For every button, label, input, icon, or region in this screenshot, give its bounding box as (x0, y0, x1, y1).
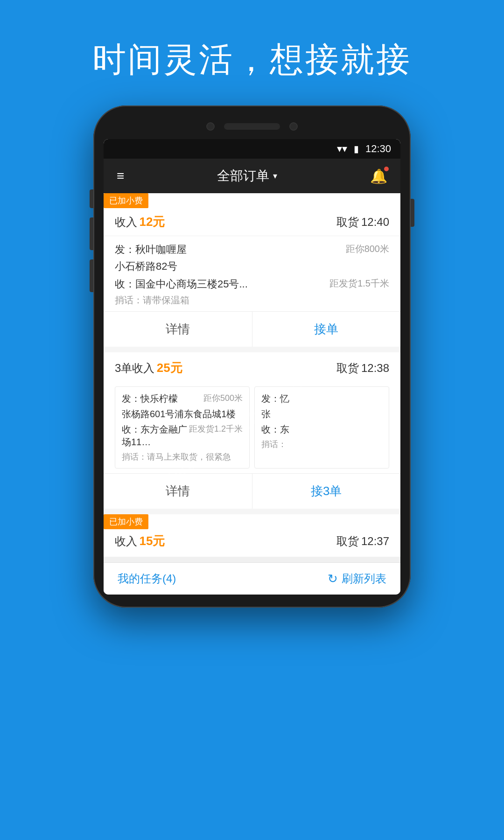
headline: 时间灵活，想接就接 (0, 37, 504, 82)
mini-from-name-1: 发：快乐柠檬 (122, 392, 203, 405)
phone-top-bar (104, 119, 400, 134)
order-card-1: 已加小费 收入 12元 取货 12:40 (104, 193, 400, 347)
to-row-1: 收：国金中心商场三楼25号... 距发货1.5千米 (115, 277, 389, 291)
card-actions-2: 详情 接3单 (104, 473, 400, 509)
notification-dot (384, 167, 389, 171)
phone-screen: ▾▾ ▮ 12:30 ≡ 全部订单 ▾ 🔔 (104, 139, 400, 595)
order-card-3: 已加小费 收入 15元 取货 12:37 (104, 514, 400, 557)
earpiece-speaker (224, 123, 280, 130)
order-list: 已加小费 收入 12元 取货 12:40 (104, 193, 400, 557)
detail-btn-1[interactable]: 详情 (104, 312, 252, 347)
mini-to-name-1: 收：东方金融广场11… (122, 423, 189, 448)
income-section-1: 收入 12元 (115, 214, 165, 230)
card-header-2: 3单收入 25元 取货 12:38 (104, 352, 400, 382)
order-badge-3: 已加小费 (104, 514, 148, 529)
mini-note-2: 捎话： (261, 439, 382, 450)
to-distance-1: 距发货1.5千米 (329, 277, 389, 290)
bottom-bar: 我的任务(4) ↻ 刷新列表 (104, 562, 400, 595)
phone-frame: ▾▾ ▮ 12:30 ≡ 全部订单 ▾ 🔔 (93, 105, 411, 608)
income-amount-1: 12元 (139, 215, 165, 229)
navbar-title-group[interactable]: 全部订单 ▾ (217, 167, 277, 185)
card-actions-1: 详情 接单 (104, 311, 400, 347)
mini-from-addr-1: 张杨路601号浦东食品城1楼 (122, 408, 243, 420)
side-button-vol-up (90, 189, 93, 208)
wifi-icon: ▾▾ (337, 143, 347, 155)
page-header: 时间灵活，想接就接 (0, 0, 504, 105)
dropdown-arrow-icon: ▾ (273, 171, 277, 181)
income-label-2: 3单收入 (115, 362, 154, 374)
from-address-1: 小石桥路82号 (115, 259, 389, 273)
app-navbar: ≡ 全部订单 ▾ 🔔 (104, 159, 400, 193)
income-section-3: 收入 15元 (115, 533, 165, 549)
accept-btn-2[interactable]: 接3单 (252, 474, 401, 509)
pickup-time-1: 12:40 (361, 216, 389, 228)
mini-to-name-2: 收：东 (261, 423, 382, 436)
card-header-1: 收入 12元 取货 12:40 (104, 206, 400, 236)
to-name-1: 收：国金中心商场三楼25号... (115, 277, 325, 291)
mini-from-addr-2: 张 (261, 408, 382, 420)
battery-icon: ▮ (354, 143, 359, 154)
refresh-icon: ↻ (328, 572, 338, 586)
badge-row-1: 已加小费 (104, 193, 400, 206)
side-button-power (411, 199, 414, 227)
from-row-1: 发：秋叶咖喱屋 距你800米 (115, 243, 389, 257)
note-1: 捎话：请带保温箱 (115, 294, 389, 307)
income-label-3: 收入 (115, 535, 137, 547)
mini-card-1: 发：快乐柠檬 距你500米 张杨路601号浦东食品城1楼 收：东方金融广场11… (115, 386, 250, 469)
status-time: 12:30 (365, 143, 391, 155)
hamburger-menu-icon[interactable]: ≡ (117, 168, 124, 183)
phone-frame-wrapper: ▾▾ ▮ 12:30 ≡ 全部订单 ▾ 🔔 (0, 105, 504, 608)
mini-note-1: 捎话：请马上来取货，很紧急 (122, 451, 243, 462)
mini-to-dist-1: 距发货1.2千米 (189, 423, 243, 434)
pickup-label-3: 取货 (336, 535, 359, 547)
order-badge-1: 已加小费 (104, 193, 148, 208)
bell-container[interactable]: 🔔 (370, 168, 387, 184)
pickup-section-2: 取货 12:38 (336, 361, 389, 376)
detail-btn-2[interactable]: 详情 (104, 474, 252, 509)
income-amount-3: 15元 (139, 534, 165, 548)
mini-from-name-2: 发：忆 (261, 392, 382, 405)
pickup-label-1: 取货 (336, 216, 359, 228)
pickup-section-3: 取货 12:37 (336, 534, 389, 549)
order-card-2: 3单收入 25元 取货 12:38 (104, 352, 400, 509)
income-label-1: 收入 (115, 216, 137, 228)
refresh-btn[interactable]: ↻ 刷新列表 (328, 571, 386, 586)
refresh-label: 刷新列表 (342, 571, 386, 586)
mini-card-2: 发：忆 张 收：东 捎话： (254, 386, 389, 469)
mini-to-row-1: 收：东方金融广场11… 距发货1.2千米 (122, 423, 243, 448)
mini-from-row-1: 发：快乐柠檬 距你500米 (122, 392, 243, 405)
light-sensor (289, 122, 298, 131)
mini-order-row: 发：快乐柠檬 距你500米 张杨路601号浦东食品城1楼 收：东方金融广场11… (104, 382, 400, 473)
from-distance-1: 距你800米 (346, 243, 389, 255)
badge-row-3: 已加小费 (104, 514, 400, 525)
accept-btn-1[interactable]: 接单 (252, 312, 401, 347)
status-bar: ▾▾ ▮ 12:30 (104, 139, 400, 159)
side-button-vol-down (90, 217, 93, 250)
my-tasks-btn[interactable]: 我的任务(4) (118, 571, 176, 586)
pickup-time-2: 12:38 (361, 362, 389, 374)
card-partial-3: 收入 15元 取货 12:37 (104, 525, 400, 557)
address-block-1: 发：秋叶咖喱屋 距你800米 小石桥路82号 收：国金中心商场三楼25号... … (104, 236, 400, 311)
mini-from-dist-1: 距你500米 (203, 392, 243, 404)
income-section-2: 3单收入 25元 (115, 360, 182, 376)
side-button-silent (90, 259, 93, 292)
pickup-section-1: 取货 12:40 (336, 215, 389, 230)
front-camera (206, 122, 215, 131)
income-amount-2: 25元 (157, 361, 182, 375)
from-name-1: 发：秋叶咖喱屋 (115, 243, 341, 257)
navbar-title: 全部订单 (217, 167, 269, 185)
pickup-time-3: 12:37 (361, 535, 389, 547)
pickup-label-2: 取货 (336, 362, 359, 374)
